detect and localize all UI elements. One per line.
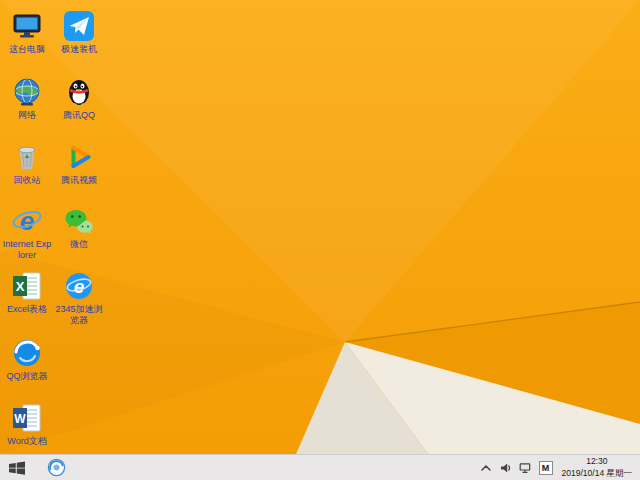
clock-time: 12:30	[562, 456, 632, 467]
hidden-icons-caret[interactable]	[479, 459, 493, 477]
volume-icon	[500, 462, 512, 474]
volume-button[interactable]	[499, 459, 513, 477]
icon-label: 微信	[54, 239, 104, 250]
browser-icon	[47, 458, 66, 477]
icon-label: 回收站	[2, 175, 52, 186]
clock-date: 2019/10/14 星期一	[562, 468, 632, 479]
desktop-icon-excel[interactable]: X Excel表格	[2, 270, 52, 315]
windows-logo-icon	[8, 460, 26, 476]
desktop-icon-quick-install[interactable]: 极速装机	[54, 10, 104, 55]
internet-explorer-icon: e	[11, 205, 43, 237]
qq-browser-icon	[11, 337, 43, 369]
qq-penguin-icon	[63, 76, 95, 108]
icon-label: Word文档	[2, 436, 52, 447]
taskbar-clock[interactable]: 12:30 2019/10/14 星期一	[559, 456, 635, 478]
desktop-icon-word[interactable]: W Word文档	[2, 402, 52, 447]
svg-text:X: X	[16, 279, 25, 294]
icon-label: 网络	[2, 110, 52, 121]
paper-plane-icon	[63, 10, 95, 42]
screen: 这台电脑 网络 回收站 e	[0, 0, 640, 480]
desktop-icon-2345-browser[interactable]: e 2345加速浏览器	[54, 270, 104, 325]
icon-label: Internet Explorer	[2, 239, 52, 260]
desktop-icon-recycle-bin[interactable]: 回收站	[2, 141, 52, 186]
network-icon	[11, 76, 43, 108]
taskbar-browser-button[interactable]	[40, 455, 72, 480]
icon-label: 腾讯视频	[54, 175, 104, 186]
desktop-icon-network[interactable]: 网络	[2, 76, 52, 121]
network-status-icon	[519, 462, 532, 474]
icon-label: 2345加速浏览器	[54, 304, 104, 325]
browser-2345-icon: e	[63, 270, 95, 302]
svg-text:W: W	[14, 412, 26, 426]
desktop-icon-internet-explorer[interactable]: e Internet Explorer	[2, 205, 52, 260]
wechat-icon	[63, 205, 95, 237]
icon-label: 腾讯QQ	[54, 110, 104, 121]
desktop-icon-this-pc[interactable]: 这台电脑	[2, 10, 52, 55]
word-icon: W	[11, 402, 43, 434]
desktop-icon-tencent-video[interactable]: 腾讯视频	[54, 141, 104, 186]
tencent-video-icon	[63, 141, 95, 173]
excel-icon: X	[11, 270, 43, 302]
taskbar: M 12:30 2019/10/14 星期一	[0, 454, 640, 480]
svg-text:e: e	[20, 206, 34, 236]
chevron-up-icon	[481, 464, 491, 472]
desktop-icon-qq-browser[interactable]: QQ浏览器	[2, 337, 52, 382]
this-pc-icon	[11, 10, 43, 42]
desktop-icon-tencent-qq[interactable]: 腾讯QQ	[54, 76, 104, 121]
system-tray: M 12:30 2019/10/14 星期一	[479, 456, 640, 478]
icon-label: Excel表格	[2, 304, 52, 315]
desktop: 这台电脑 网络 回收站 e	[0, 0, 640, 454]
network-button[interactable]	[519, 459, 533, 477]
input-method-indicator[interactable]: M	[539, 461, 553, 475]
icon-label: QQ浏览器	[2, 371, 52, 382]
start-button[interactable]	[0, 455, 34, 480]
recycle-bin-icon	[11, 141, 43, 173]
icon-label: 这台电脑	[2, 44, 52, 55]
icon-label: 极速装机	[54, 44, 104, 55]
desktop-icon-wechat[interactable]: 微信	[54, 205, 104, 250]
